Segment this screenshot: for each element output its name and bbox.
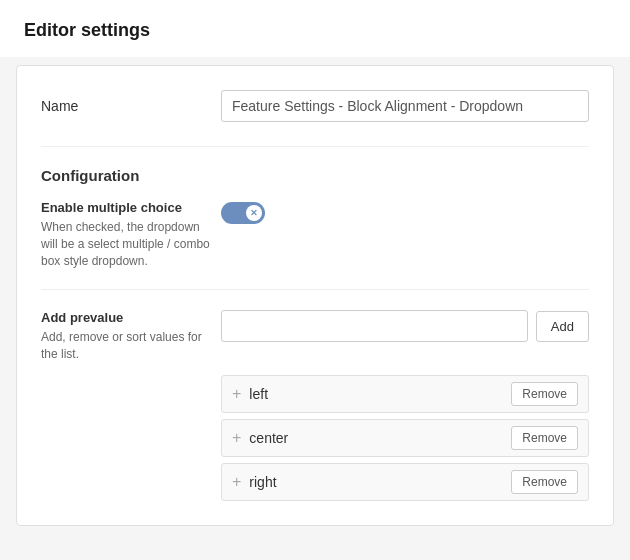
divider-1 xyxy=(41,146,589,147)
prevalue-item-input[interactable] xyxy=(249,386,503,402)
enable-multiple-choice-row: Enable multiple choice When checked, the… xyxy=(41,200,589,269)
prevalue-input[interactable] xyxy=(221,310,528,342)
drag-handle-icon[interactable]: + xyxy=(232,429,241,447)
name-input[interactable] xyxy=(221,90,589,122)
configuration-title: Configuration xyxy=(41,167,589,184)
remove-prevalue-button[interactable]: Remove xyxy=(511,382,578,406)
drag-handle-icon[interactable]: + xyxy=(232,385,241,403)
add-prevalue-button[interactable]: Add xyxy=(536,311,589,342)
prevalue-label-col: Add prevalue Add, remove or sort values … xyxy=(41,310,221,363)
prevalue-input-row: Add xyxy=(221,310,589,342)
prevalue-label: Add prevalue xyxy=(41,310,221,325)
remove-prevalue-button[interactable]: Remove xyxy=(511,470,578,494)
divider-2 xyxy=(41,289,589,290)
prevalue-list-item: +Remove xyxy=(221,375,589,413)
drag-handle-icon[interactable]: + xyxy=(232,473,241,491)
page-header: Editor settings xyxy=(0,0,630,57)
prevalue-list: +Remove+Remove+Remove xyxy=(221,375,589,501)
prevalue-item-input[interactable] xyxy=(249,430,503,446)
prevalue-list-item: +Remove xyxy=(221,419,589,457)
page-title: Editor settings xyxy=(24,20,606,41)
toggle-label-col: Enable multiple choice When checked, the… xyxy=(41,200,221,269)
enable-multiple-choice-toggle[interactable]: ✕ xyxy=(221,202,265,224)
toggle-wrapper[interactable]: ✕ xyxy=(221,202,265,227)
prevalue-item-input[interactable] xyxy=(249,474,503,490)
remove-prevalue-button[interactable]: Remove xyxy=(511,426,578,450)
toggle-description: When checked, the dropdown will be a sel… xyxy=(41,219,216,269)
configuration-section: Configuration Enable multiple choice Whe… xyxy=(41,167,589,269)
name-label: Name xyxy=(41,98,221,114)
prevalue-description: Add, remove or sort values for the list. xyxy=(41,329,221,363)
toggle-x-icon: ✕ xyxy=(250,209,258,218)
name-field-row: Name xyxy=(41,90,589,122)
add-prevalue-row: Add prevalue Add, remove or sort values … xyxy=(41,310,589,363)
toggle-label: Enable multiple choice xyxy=(41,200,221,215)
main-content: Name Configuration Enable multiple choic… xyxy=(16,65,614,526)
toggle-knob: ✕ xyxy=(246,205,262,221)
prevalue-list-item: +Remove xyxy=(221,463,589,501)
